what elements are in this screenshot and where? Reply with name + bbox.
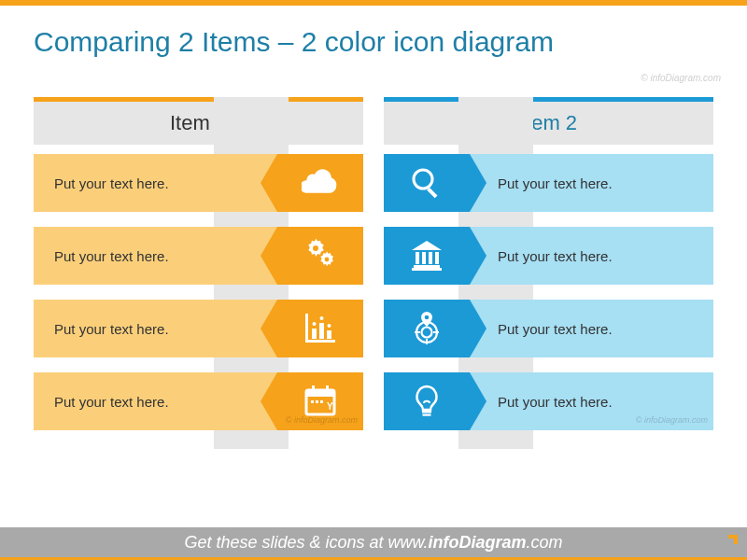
column-heading: Item 1	[34, 102, 363, 145]
slide-title: Comparing 2 Items – 2 color icon diagram	[0, 6, 747, 63]
bar-chart-icon	[302, 310, 339, 347]
comparison-stage: Item 1 Put your text here. Put your text…	[34, 97, 713, 449]
column-item-1: Item 1 Put your text here. Put your text…	[34, 97, 363, 449]
item-text: Put your text here.	[34, 300, 277, 357]
item-text: Put your text here.	[470, 300, 713, 357]
item-text: Put your text here.	[470, 154, 713, 212]
footer-banner: Get these slides & icons at www.infoDiag…	[0, 527, 747, 560]
item-icon-box	[384, 154, 470, 212]
calendar-icon	[302, 383, 339, 420]
lightbulb-icon	[408, 383, 445, 420]
list-item: Put your text here. © infoDiagram.com	[384, 372, 713, 430]
item-text: Put your text here.	[34, 227, 277, 285]
footer-brand-tld: .com	[527, 533, 563, 552]
footer-brand-name: infoDiagram	[429, 533, 527, 552]
item-icon-box	[277, 154, 363, 212]
item-text: Put your text here.	[470, 227, 713, 285]
list-item: Put your text here.	[384, 227, 713, 285]
footer-brand-www: www.	[388, 533, 429, 552]
target-pin-icon	[408, 310, 445, 347]
watermark-top: © infoDiagram.com	[641, 73, 721, 83]
item-icon-box	[384, 300, 470, 357]
cloud-icon	[302, 164, 339, 202]
footer-text-prefix: Get these slides & icons at	[184, 533, 388, 552]
list-item: Put your text here.	[384, 154, 713, 212]
list-item: Put your text here.	[34, 154, 363, 212]
column-heading: Item 2	[384, 102, 713, 145]
list-item: Put your text here.	[34, 300, 363, 357]
item-text: Put your text here.	[34, 154, 277, 212]
item-icon-box	[277, 300, 363, 357]
column-item-2: Item 2 Put your text here. Put your text…	[384, 97, 713, 449]
item-icon-box	[277, 227, 363, 285]
bank-icon	[408, 237, 445, 274]
watermark-row: © infoDiagram.com	[286, 415, 358, 425]
item-text: Put your text here.	[34, 372, 277, 430]
item-icon-box	[384, 372, 470, 430]
item-icon-box	[384, 227, 470, 285]
list-item: Put your text here.	[34, 227, 363, 285]
magnifier-icon	[408, 164, 445, 202]
list-item: Put your text here. © infoDiagram.com	[34, 372, 363, 430]
list-item: Put your text here.	[384, 300, 713, 357]
gears-icon	[302, 237, 339, 274]
watermark-row: © infoDiagram.com	[636, 415, 708, 425]
footer-corner-icon	[723, 535, 738, 550]
